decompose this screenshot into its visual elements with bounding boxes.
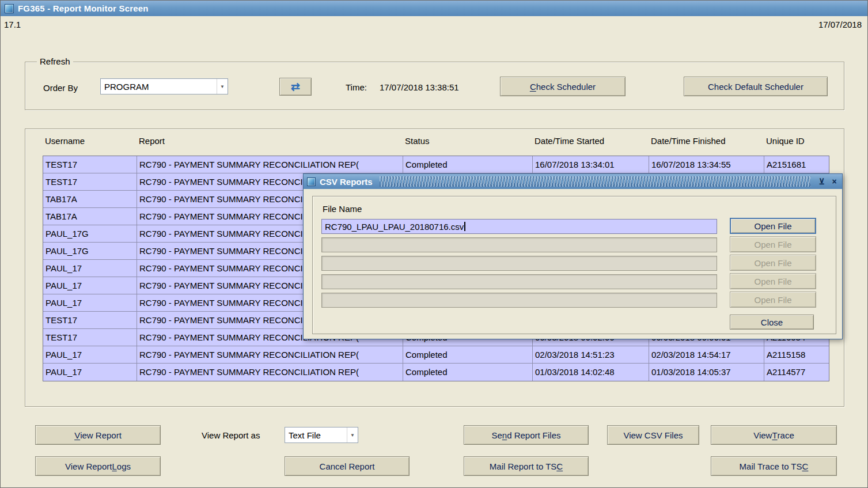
text-caret bbox=[464, 222, 465, 231]
csv-dialog-titlebar[interactable]: CSV Reports ⊻ × bbox=[304, 174, 842, 189]
table-cell[interactable]: TEST17 bbox=[43, 173, 137, 191]
mail-trace-to-tsc-button[interactable]: Mail Trace to TSC bbox=[711, 456, 837, 476]
table-cell[interactable]: RC790 - PAYMENT SUMMARY RECONCILIATION R… bbox=[137, 346, 403, 364]
table-cell[interactable]: Completed bbox=[403, 346, 533, 364]
open-file-button-4: Open File bbox=[730, 273, 816, 289]
table-cell[interactable]: PAUL_17 bbox=[43, 346, 137, 364]
table-cell[interactable]: 02/03/2018 14:54:17 bbox=[649, 346, 764, 364]
table-row[interactable]: PAUL_17RC790 - PAYMENT SUMMARY RECONCILI… bbox=[43, 346, 829, 364]
dropdown-arrow-icon[interactable]: ▼ bbox=[217, 79, 228, 94]
table-cell[interactable]: TEST17 bbox=[43, 312, 137, 329]
check-scheduler-button[interactable]: Check Scheduler bbox=[500, 77, 626, 96]
file-name-field-3 bbox=[321, 256, 717, 271]
table-cell[interactable]: A2115158 bbox=[764, 346, 829, 364]
table-cell[interactable]: 01/03/2018 14:05:37 bbox=[649, 364, 764, 381]
column-header-report: Report bbox=[137, 136, 403, 146]
forms-app-icon bbox=[5, 4, 14, 13]
close-button[interactable]: Close bbox=[730, 315, 814, 330]
table-cell[interactable]: Completed bbox=[403, 156, 533, 173]
column-header-username: Username bbox=[43, 136, 137, 146]
file-name-field-4 bbox=[321, 274, 717, 289]
dropdown-arrow-icon[interactable]: ▼ bbox=[347, 428, 358, 442]
cancel-report-button[interactable]: Cancel Report bbox=[285, 456, 410, 476]
table-cell[interactable]: TEST17 bbox=[43, 329, 137, 346]
send-report-files-button[interactable]: Send Report Files bbox=[464, 425, 589, 445]
table-cell[interactable]: PAUL_17G bbox=[43, 225, 137, 243]
report-monitor-window: FG365 - Report Monitor Screen 17.1 17/07… bbox=[0, 0, 868, 488]
table-cell[interactable]: PAUL_17G bbox=[43, 243, 137, 260]
order-by-value: PROGRAM bbox=[101, 79, 217, 94]
table-cell[interactable]: PAUL_17 bbox=[43, 277, 137, 294]
view-report-as-value: Text File bbox=[285, 428, 347, 442]
table-cell[interactable]: PAUL_17 bbox=[43, 364, 137, 381]
view-report-as-dropdown[interactable]: Text File ▼ bbox=[285, 427, 358, 443]
view-trace-button[interactable]: View Trace bbox=[711, 425, 837, 445]
open-file-button-3: Open File bbox=[730, 255, 816, 271]
refresh-icon: ⇄ bbox=[291, 81, 300, 92]
view-report-logs-button[interactable]: View Report Logs bbox=[35, 456, 161, 476]
table-cell[interactable]: PAUL_17 bbox=[43, 294, 137, 312]
table-cell[interactable]: TEST17 bbox=[43, 156, 137, 173]
table-cell[interactable]: RC790 - PAYMENT SUMMARY RECONCILIATION R… bbox=[137, 364, 403, 381]
forms-dialog-icon bbox=[307, 177, 316, 186]
mail-report-to-tsc-button[interactable]: Mail Report to TSC bbox=[464, 456, 589, 476]
order-by-label: Order By bbox=[43, 83, 78, 93]
order-by-dropdown[interactable]: PROGRAM ▼ bbox=[100, 78, 228, 94]
file-name-label: File Name bbox=[323, 204, 362, 214]
refresh-button[interactable]: ⇄ bbox=[279, 78, 312, 96]
file-name-field-2 bbox=[321, 237, 717, 252]
table-cell[interactable]: 02/03/2018 14:51:23 bbox=[533, 346, 649, 364]
report-table-header: Username Report Status Date/Time Started… bbox=[43, 136, 828, 146]
rollup-icon[interactable]: ⊻ bbox=[817, 177, 827, 187]
current-date: 17/07/2018 bbox=[818, 20, 862, 29]
time-label: Time: bbox=[346, 82, 367, 92]
table-cell[interactable]: 16/07/2018 13:34:01 bbox=[533, 156, 649, 173]
column-header-date-started: Date/Time Started bbox=[532, 136, 649, 146]
close-icon[interactable]: × bbox=[829, 177, 839, 187]
file-name-value: RC790_LPAU_LPAU_20180716.csv bbox=[325, 222, 464, 232]
titlebar-pattern bbox=[380, 176, 811, 187]
table-row[interactable]: PAUL_17RC790 - PAYMENT SUMMARY RECONCILI… bbox=[43, 364, 829, 381]
window-title: FG365 - Report Monitor Screen bbox=[18, 3, 149, 13]
refresh-groupbox: Refresh Order By PROGRAM ▼ ⇄ Time: 17/07… bbox=[25, 62, 844, 110]
file-name-field-5 bbox=[321, 293, 717, 308]
file-name-input[interactable]: RC790_LPAU_LPAU_20180716.csv bbox=[321, 219, 717, 234]
table-row[interactable]: TEST17RC790 - PAYMENT SUMMARY RECONCILIA… bbox=[43, 156, 829, 173]
view-report-button[interactable]: View Report bbox=[35, 425, 161, 445]
table-cell[interactable]: 01/03/2018 14:02:48 bbox=[533, 364, 649, 381]
column-header-date-finished: Date/Time Finished bbox=[649, 136, 764, 146]
table-cell[interactable]: A2151681 bbox=[764, 156, 829, 173]
open-file-button-2: Open File bbox=[730, 236, 816, 252]
csv-reports-dialog: CSV Reports ⊻ × File Name RC790_LPAU_LPA… bbox=[303, 173, 843, 339]
table-cell[interactable]: TAB17A bbox=[43, 208, 137, 225]
open-file-button-5: Open File bbox=[730, 292, 816, 308]
open-file-button-1[interactable]: Open File bbox=[730, 218, 816, 234]
column-header-status: Status bbox=[403, 136, 532, 146]
csv-dialog-title: CSV Reports bbox=[320, 177, 373, 187]
table-cell[interactable]: TAB17A bbox=[43, 191, 137, 208]
window-titlebar: FG365 - Report Monitor Screen bbox=[1, 1, 867, 16]
view-csv-files-button[interactable]: View CSV Files bbox=[607, 425, 699, 445]
table-cell[interactable]: RC790 - PAYMENT SUMMARY RECONCILIATION R… bbox=[137, 156, 403, 173]
table-cell[interactable]: 16/07/2018 13:34:55 bbox=[649, 156, 764, 173]
column-header-unique-id: Unique ID bbox=[764, 136, 828, 146]
table-cell[interactable]: Completed bbox=[403, 364, 533, 381]
refresh-legend: Refresh bbox=[37, 56, 73, 66]
check-default-scheduler-button[interactable]: Check Default Scheduler bbox=[684, 77, 828, 96]
view-report-as-label: View Report as bbox=[202, 430, 260, 440]
app-version: 17.1 bbox=[4, 20, 21, 29]
table-cell[interactable]: PAUL_17 bbox=[43, 260, 137, 277]
time-value: 17/07/2018 13:38:51 bbox=[380, 82, 459, 92]
table-cell[interactable]: A2114577 bbox=[764, 364, 829, 381]
